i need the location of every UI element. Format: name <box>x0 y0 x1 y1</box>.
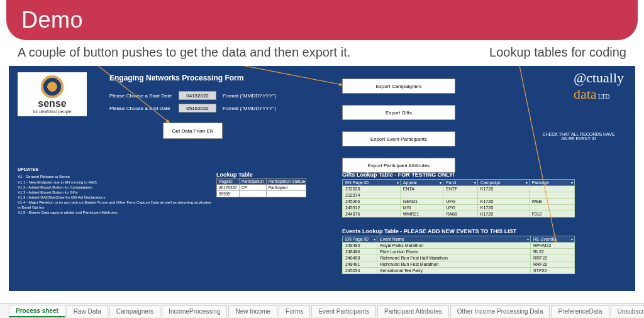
lookup-table-small: Lookup Table PageID Participation Partic… <box>216 172 306 197</box>
col-re-eventid[interactable]: RE EventID <box>531 236 575 243</box>
table-header-row: PageID Participation Participation Statu… <box>217 178 306 185</box>
brand-at: @ <box>574 70 586 85</box>
check-note: CHECK THAT ALL RECORDS HAVE AN RE EVENT … <box>541 132 616 141</box>
sheet-tabs: Process sheet Raw Data Campaigners Incom… <box>0 303 644 318</box>
tab-campaigners[interactable]: Campaigners <box>109 305 160 317</box>
subtitle-right: Lookup tables for coding <box>489 45 626 60</box>
events-lookup-table: EN Page ID Event Name RE EventID 248485R… <box>342 236 575 274</box>
start-date-format: Format ("MMDDYYYY") <box>223 93 276 99</box>
lookup-small-title: Lookup Table <box>216 172 306 178</box>
export-buttons: Export Campaigners Export Gifts Export E… <box>342 79 455 173</box>
tab-unsubscribes[interactable]: Unsubscribes <box>611 305 644 317</box>
col-participation[interactable]: Participation <box>239 178 266 185</box>
subtitle-row: A couple of button pushes to get the dat… <box>0 40 644 62</box>
export-participant-attributes-button[interactable]: Export Participant Attributes <box>342 158 455 173</box>
export-event-participants-button[interactable]: Export Event Participants <box>342 131 455 146</box>
spreadsheet-area: sense for deafblind people @ctually data… <box>9 66 635 291</box>
tab-income-processing[interactable]: IncomeProcessing <box>162 305 227 317</box>
updates-block: UPDATES V1 - General Release to Sense V1… <box>18 167 213 215</box>
table-row: 245266GEN21UFGK1720WEB <box>343 199 575 205</box>
start-date-input[interactable] <box>179 91 216 100</box>
start-date-row: Please Choose a Start Date Format ("MMDD… <box>109 91 276 100</box>
col-en-page-id[interactable]: EN Page ID <box>343 180 401 186</box>
logo-line1: sense <box>38 98 66 109</box>
end-date-input[interactable] <box>179 104 216 112</box>
updates-line: V1.5 - Events Data capture added and Par… <box>18 210 213 215</box>
gifts-lookup: Gifts Lookup Table - FOR TESTING ONLY! E… <box>342 172 575 217</box>
export-gifts-button[interactable]: Export Gifts <box>342 105 455 120</box>
brand-accent: data <box>574 86 597 102</box>
tab-process-sheet[interactable]: Process sheet <box>9 305 65 317</box>
table-row: 26170387CPParticipant <box>217 185 306 191</box>
col-fund[interactable]: Fund <box>443 180 478 186</box>
slide-title: Demo <box>21 7 83 33</box>
table-row: 99999 <box>217 191 306 197</box>
events-lookup: Events Lookup Table - PLEASE ADD NEW EVE… <box>342 228 575 274</box>
tab-event-participants[interactable]: Event Participants <box>311 305 376 317</box>
table-header-row: EN Page ID Appeal Fund Campaign Package <box>343 180 575 186</box>
updates-line: V1.4 - Major Revision to try and pick up… <box>18 200 213 210</box>
col-participation-status[interactable]: Participation Status <box>266 178 306 185</box>
updates-line: V1.3 - Added GADStartDate for Gift Aid D… <box>18 195 213 200</box>
updates-line: V1.1 - New Endpoint due to EN moving to … <box>18 180 213 185</box>
table-row: 248486Ride London EssexRL22 <box>343 249 575 255</box>
brand-actually-data: @ctually data LTD <box>574 70 624 102</box>
table-row: 232028ENTAENTFK1720 <box>343 186 575 192</box>
col-appeal[interactable]: Appeal <box>400 180 443 186</box>
updates-line: V1.3 - Added Export Button for Gifts <box>18 190 213 195</box>
lookup-small-table: PageID Participation Participation Statu… <box>216 178 306 197</box>
table-row: 248490Richmond Run Fest Half MarathonRRF… <box>343 255 575 261</box>
gifts-lookup-table: EN Page ID Appeal Fund Campaign Package … <box>342 179 575 217</box>
table-row: 245312MSIUFGK1720 <box>343 205 575 211</box>
col-pageid[interactable]: PageID <box>217 178 240 185</box>
tab-participant-attributes[interactable]: Participant Attributes <box>377 305 449 317</box>
slide-header: Demo <box>6 0 638 40</box>
form-title: Engaging Networks Processing Form <box>109 74 243 82</box>
export-campaigners-button[interactable]: Export Campaigners <box>342 79 455 94</box>
events-lookup-title: Events Lookup Table - PLEASE ADD NEW EVE… <box>342 228 575 234</box>
table-row: 244076WMR21RA88K1720F012 <box>343 211 575 217</box>
table-row: 248491Richmond Run Fest MarathonRRF22 <box>343 261 575 268</box>
get-data-button[interactable]: Get Data From EN <box>163 123 223 139</box>
brand-suffix: LTD <box>597 93 610 100</box>
end-date-row: Please Choose a End Date Format ("MMDDYY… <box>109 104 276 112</box>
tab-new-income[interactable]: New Income <box>228 305 277 317</box>
col-campaign[interactable]: Campaign <box>477 180 529 186</box>
end-date-format: Format ("MMDDYYYY") <box>223 106 276 111</box>
updates-heading: UPDATES <box>18 167 213 172</box>
col-en-page-id[interactable]: EN Page ID <box>343 236 377 243</box>
table-row: 245034Sensational Tea PartySTP22 <box>343 268 575 274</box>
end-date-label: Please Choose a End Date <box>109 106 172 111</box>
updates-line: V1.2 - Added Export Button for Campaigne… <box>18 185 213 190</box>
updates-line: V1 - General Release to Sense <box>18 174 213 179</box>
gifts-lookup-title: Gifts Lookup Table - FOR TESTING ONLY! <box>342 172 575 178</box>
logo-line2: for deafblind people <box>33 109 72 114</box>
start-date-label: Please Choose a Start Date <box>109 93 172 99</box>
brand-mid: ctually <box>586 70 624 85</box>
tab-raw-data[interactable]: Raw Data <box>67 305 108 317</box>
logo-sense: sense for deafblind people <box>18 72 87 116</box>
subtitle-left: A couple of button pushes to get the dat… <box>18 45 350 60</box>
col-package[interactable]: Package <box>529 180 574 186</box>
col-event-name[interactable]: Event Name <box>377 236 531 243</box>
tab-forms[interactable]: Forms <box>279 305 310 317</box>
tab-preference-data[interactable]: PreferenceData <box>551 305 609 317</box>
table-header-row: EN Page ID Event Name RE EventID <box>343 236 575 243</box>
tab-other-income[interactable]: Other Income Processing Data <box>450 305 550 317</box>
table-row: 248485Royal Parks MarathonRPHM22 <box>343 243 575 249</box>
table-row: 232074 <box>343 192 575 199</box>
sense-swoosh-icon <box>41 75 64 98</box>
